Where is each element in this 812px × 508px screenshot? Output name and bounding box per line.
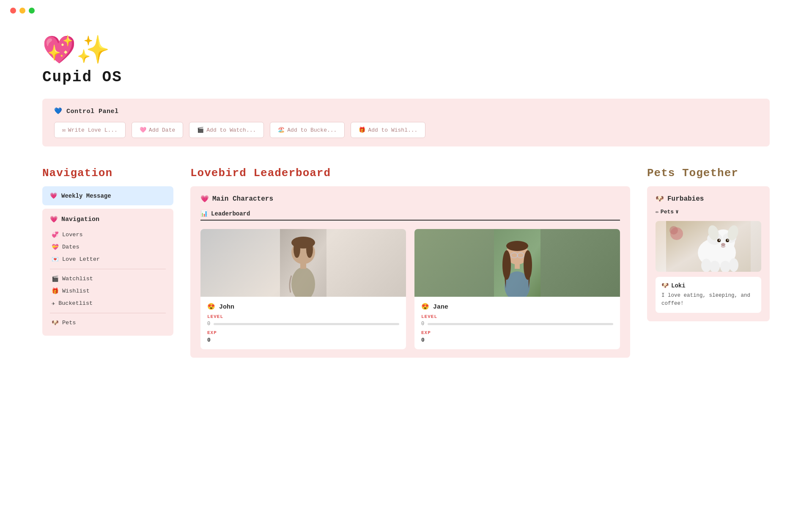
minimize-button[interactable] [19, 8, 25, 14]
john-level-label: LEVEL [207, 314, 399, 319]
app-icon: 💖✨ [42, 38, 770, 65]
nav-item-love-letter[interactable]: 💌 Love Letter [50, 253, 166, 265]
leaderboard-tab[interactable]: 📊 Leaderboard [200, 210, 620, 221]
watchlist-icon: 🎬 [52, 275, 59, 282]
pets-filter-icon: ✏️ [656, 208, 659, 215]
john-level-value: 0 [207, 321, 210, 327]
close-button[interactable] [10, 8, 16, 14]
control-panel-buttons: ✉️ Write Love L... 🩷 Add Date 🎬 Add to W… [54, 122, 758, 138]
navigation-section-title: Navigation [42, 167, 173, 179]
jane-silhouette [494, 229, 540, 297]
control-panel-title: 💙 Control Panel [54, 107, 758, 115]
svg-point-29 [721, 243, 725, 246]
wishlist-icon: 🎁 [52, 287, 59, 295]
john-photo [200, 229, 406, 297]
svg-point-10 [506, 241, 528, 251]
chevron-down-icon: ∨ [675, 208, 679, 215]
nav-item-bucketlist[interactable]: ✈️ Bucketlist [50, 297, 166, 309]
nav-item-dates[interactable]: 💝 Dates [50, 241, 166, 253]
leaderboard-column: Lovebird Leaderboard 💗 Main Characters 📊… [190, 167, 630, 358]
add-to-watchlist-icon: 🎬 [197, 127, 204, 133]
john-level-bar: 0 [207, 321, 399, 327]
pets-icon: 🐶 [52, 319, 59, 326]
svg-point-4 [294, 241, 300, 258]
add-date-icon: 🩷 [140, 127, 146, 133]
dates-icon: 💝 [52, 243, 59, 251]
write-love-letter-icon: ✉️ [62, 127, 66, 133]
jane-exp-value: 0 [421, 337, 613, 343]
john-level-track [214, 323, 399, 325]
title-bar [0, 0, 812, 21]
nav-item-lovers[interactable]: 💞 Lovers [50, 229, 166, 241]
leaderboard-panel-header: 💗 Main Characters [200, 195, 620, 203]
svg-point-18 [669, 226, 678, 235]
jane-level-bar: 0 [421, 321, 613, 327]
pet-photo-svg [666, 221, 751, 272]
john-name: 😍 John [207, 303, 399, 311]
app-header: 💖✨ Cupid OS [42, 38, 770, 86]
app-title: Cupid OS [42, 69, 770, 86]
pet-name: 🐶 Loki [661, 282, 755, 289]
leaderboard-section-title: Lovebird Leaderboard [190, 167, 630, 179]
john-info: 😍 John LEVEL 0 EXP 0 [200, 297, 406, 349]
jane-level-value: 0 [421, 321, 424, 327]
bucketlist-icon: ✈️ [52, 300, 55, 307]
pets-panel: 🐶 Furbabies ✏️ Pets ∨ [647, 186, 770, 321]
john-emoji: 😍 [207, 304, 215, 311]
pets-column: Pets Together 🐶 Furbabies ✏️ Pets ∨ [647, 167, 770, 358]
svg-point-27 [719, 240, 720, 241]
columns-layout: Navigation 💗 Weekly Message 💗 Navigation… [42, 167, 770, 358]
navigation-column: Navigation 💗 Weekly Message 💗 Navigation… [42, 167, 173, 358]
add-date-button[interactable]: 🩷 Add Date [132, 122, 183, 138]
svg-rect-6 [300, 262, 306, 269]
character-card-jane: 😍 Jane LEVEL 0 EXP 0 [414, 229, 620, 349]
add-to-bucketlist-button[interactable]: 🏖️ Add to Bucke... [270, 122, 345, 138]
svg-point-11 [502, 250, 511, 280]
add-to-bucketlist-icon: 🏖️ [278, 127, 285, 133]
add-to-wishlist-icon: 🎁 [359, 127, 365, 133]
pet-bio: I love eating, sleeping, and coffee! [661, 292, 755, 308]
jane-level-track [428, 323, 613, 325]
add-to-wishlist-button[interactable]: 🎁 Add to Wishl... [351, 122, 425, 138]
weekly-message-icon: 💗 [50, 192, 57, 199]
nav-section-heading: 💗 Navigation [50, 215, 166, 224]
write-love-letter-button[interactable]: ✉️ Write Love L... [54, 122, 126, 138]
add-to-watchlist-button[interactable]: 🎬 Add to Watch... [189, 122, 264, 138]
nav-divider-2 [50, 313, 166, 313]
character-cards: 😍 John LEVEL 0 EXP 0 [200, 229, 620, 349]
svg-point-5 [306, 241, 313, 258]
control-panel: 💙 Control Panel ✉️ Write Love L... 🩷 Add… [42, 99, 770, 146]
nav-item-wishlist[interactable]: 🎁 Wishlist [50, 285, 166, 297]
jane-info: 😍 Jane LEVEL 0 EXP 0 [414, 297, 620, 349]
maximize-button[interactable] [29, 8, 35, 14]
nav-section-icon: 💗 [50, 215, 58, 224]
john-exp-label: EXP [207, 330, 399, 335]
nav-section-panel: 💗 Navigation 💞 Lovers 💝 Dates 💌 Love Let… [42, 209, 173, 336]
svg-point-12 [524, 250, 532, 280]
pet-emoji: 🐶 [661, 282, 669, 289]
leaderboard-panel: 💗 Main Characters 📊 Leaderboard [190, 186, 630, 358]
leaderboard-tab-icon: 📊 [200, 210, 208, 217]
main-content: 💖✨ Cupid OS 💙 Control Panel ✉️ Write Lov… [0, 21, 812, 375]
pets-panel-icon: 🐶 [656, 195, 664, 203]
svg-point-28 [727, 240, 729, 241]
jane-exp-label: EXP [421, 330, 613, 335]
svg-point-33 [729, 258, 738, 272]
pets-section-title: Pets Together [647, 167, 770, 179]
jane-name: 😍 Jane [421, 303, 613, 311]
lovers-icon: 💞 [52, 231, 59, 238]
nav-item-watchlist[interactable]: 🎬 Watchlist [50, 273, 166, 285]
pets-panel-header: 🐶 Furbabies [656, 195, 761, 203]
control-panel-icon: 💙 [54, 108, 63, 115]
pet-image [656, 221, 761, 272]
leaderboard-panel-icon: 💗 [200, 195, 209, 203]
jane-level-label: LEVEL [421, 314, 613, 319]
john-silhouette [280, 229, 326, 297]
jane-photo [414, 229, 620, 297]
weekly-message-nav-item[interactable]: 💗 Weekly Message [42, 186, 173, 205]
pet-card-loki: 🐶 Loki I love eating, sleeping, and coff… [656, 277, 761, 313]
love-letter-icon: 💌 [52, 256, 59, 263]
pets-filter[interactable]: ✏️ Pets ∨ [656, 208, 761, 215]
svg-rect-15 [515, 263, 520, 269]
nav-item-pets[interactable]: 🐶 Pets [50, 317, 166, 329]
